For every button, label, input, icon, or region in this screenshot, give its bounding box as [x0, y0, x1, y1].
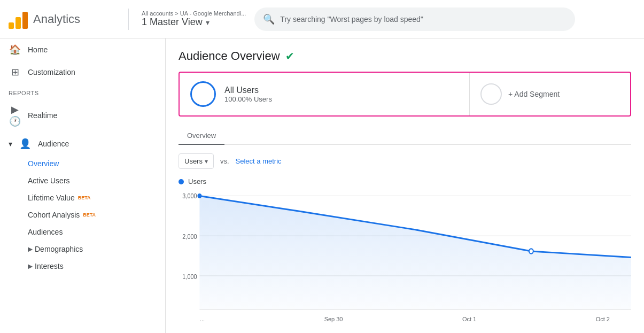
beta-badge-cohort: BETA: [83, 212, 96, 218]
metric-selector[interactable]: Users ▾: [179, 153, 214, 169]
all-users-segment[interactable]: All Users 100.00% Users: [180, 73, 470, 115]
segment-circle: [190, 81, 216, 107]
sidebar-item-home[interactable]: 🏠 Home: [0, 38, 165, 61]
chart-dot-oct2: [529, 249, 533, 253]
svg-text:3,000: 3,000: [182, 192, 197, 199]
home-icon: 🏠: [9, 44, 21, 56]
logo-icon: [9, 10, 28, 29]
svg-text:1,000: 1,000: [182, 273, 197, 280]
segment-info: All Users 100.00% Users: [224, 86, 272, 103]
chart-svg: 3,000 2,000 1,000: [179, 190, 631, 313]
tabs-bar: Overview: [179, 127, 631, 145]
customization-icon: ⊞: [9, 66, 21, 78]
logo-area: Analytics: [9, 10, 115, 29]
expand-arrow-audience: ▾: [9, 140, 12, 148]
account-view-arrow: ▾: [206, 18, 210, 27]
account-view-selector[interactable]: 1 Master View ▾: [142, 17, 246, 28]
svg-text:2,000: 2,000: [182, 233, 197, 240]
sidebar-sub-audiences[interactable]: Audiences: [28, 223, 165, 241]
account-view-label: 1 Master View: [142, 17, 203, 28]
sidebar-sub-cohort-analysis[interactable]: Cohort AnalysisBETA: [28, 206, 165, 223]
segment-box: All Users 100.00% Users + Add Segment: [179, 72, 631, 117]
sidebar-item-realtime[interactable]: ▶ 🕐 Realtime: [0, 98, 165, 133]
header-divider: [128, 9, 129, 30]
beta-badge-lifetime: BETA: [78, 195, 91, 200]
page-title: Audience Overview: [179, 49, 280, 63]
sidebar-home-label: Home: [28, 45, 48, 54]
demographics-label: Demographics: [35, 245, 83, 253]
sidebar-audience-label: Audience: [38, 140, 69, 148]
x-label-sep30: Sep 30: [324, 316, 343, 322]
add-segment-circle: [480, 83, 502, 105]
sidebar-sub-active-users[interactable]: Active Users: [28, 172, 165, 189]
logo-bar-2: [15, 17, 21, 29]
sidebar-item-customization[interactable]: ⊞ Customization: [0, 61, 165, 83]
reports-section-label: REPORTS: [0, 83, 165, 98]
chart-legend: Users: [179, 177, 631, 185]
sidebar-sub-overview[interactable]: Overview: [28, 155, 165, 172]
realtime-icon: ▶ 🕐: [9, 104, 21, 127]
sidebar-realtime-label: Realtime: [28, 111, 57, 120]
chart-dot-start: [197, 193, 201, 198]
verified-icon: ✔: [285, 50, 294, 63]
search-icon: 🔍: [263, 13, 275, 25]
metric-dropdown-arrow: ▾: [205, 158, 208, 165]
audience-submenu: Overview Active Users Lifetime ValueBETA…: [0, 155, 165, 275]
audience-icon: 👤: [19, 138, 32, 150]
metric-row: Users ▾ vs. Select a metric: [179, 153, 631, 169]
x-axis: ... Sep 30 Oct 1 Oct 2: [179, 313, 631, 322]
x-label-oct2: Oct 2: [596, 316, 610, 322]
legend-dot: [179, 179, 184, 184]
select-metric-link[interactable]: Select a metric: [236, 157, 282, 165]
header: Analytics All accounts > UA - Google Mer…: [0, 0, 644, 38]
chart-area: 3,000 2,000 1,000: [179, 190, 631, 313]
segment-percentage: 100.00% Users: [224, 95, 272, 103]
sidebar-sub-lifetime-value[interactable]: Lifetime ValueBETA: [28, 189, 165, 206]
tab-overview[interactable]: Overview: [179, 127, 224, 145]
search-placeholder: Try searching "Worst pages by load speed…: [280, 15, 423, 24]
sidebar-sub-interests[interactable]: ▶ Interests: [28, 258, 165, 275]
add-segment-panel[interactable]: + Add Segment: [470, 73, 630, 115]
sidebar: 🏠 Home ⊞ Customization REPORTS ▶ 🕐 Realt…: [0, 38, 166, 333]
vs-label: vs.: [220, 157, 229, 165]
interests-label: Interests: [35, 262, 64, 270]
x-label-dots: ...: [200, 316, 205, 322]
expand-arrow-demographics: ▶: [28, 245, 33, 253]
main-layout: 🏠 Home ⊞ Customization REPORTS ▶ 🕐 Realt…: [0, 38, 644, 333]
logo-bar-3: [22, 12, 28, 29]
legend-label: Users: [188, 177, 206, 185]
account-breadcrumb: All accounts > UA - Google Merchandi...: [142, 10, 246, 17]
sidebar-sub-demographics[interactable]: ▶ Demographics: [28, 241, 165, 258]
account-area: All accounts > UA - Google Merchandi... …: [142, 10, 246, 28]
add-segment-label: + Add Segment: [508, 90, 560, 98]
content-area: Audience Overview ✔ All Users 100.00% Us…: [166, 38, 644, 333]
sidebar-item-audience[interactable]: ▾ 👤 Audience: [0, 133, 165, 155]
x-label-oct1: Oct 1: [462, 316, 476, 322]
metric-value: Users: [184, 157, 203, 165]
search-bar[interactable]: 🔍 Try searching "Worst pages by load spe…: [254, 7, 575, 31]
sidebar-customization-label: Customization: [28, 68, 75, 76]
segment-name: All Users: [224, 86, 272, 95]
expand-arrow-interests: ▶: [28, 262, 33, 270]
page-title-row: Audience Overview ✔: [179, 49, 631, 63]
app-title: Analytics: [33, 12, 80, 26]
logo-bar-1: [9, 22, 14, 29]
